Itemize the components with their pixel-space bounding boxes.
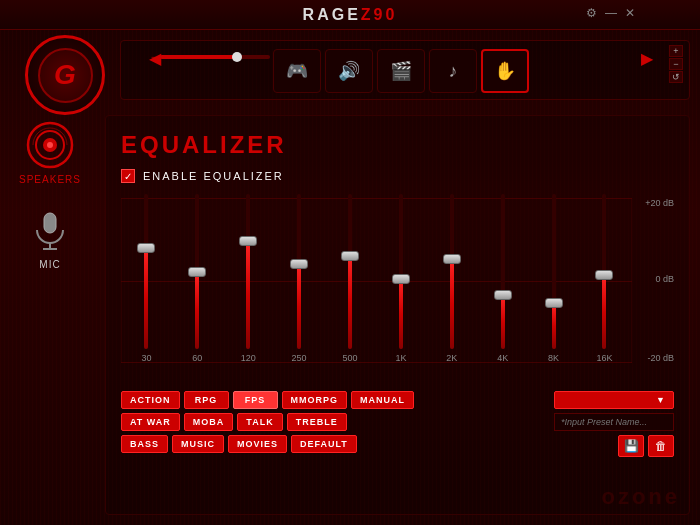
eq-fill-30 [144, 248, 148, 349]
presets-left: ACTION RPG FPS MMORPG MANUAL AT WAR MOBA… [121, 391, 414, 453]
save-preset-button[interactable]: 💾 [618, 435, 644, 457]
nav-item-music[interactable]: ♪ [429, 49, 477, 93]
nav-prev-arrow[interactable]: ◀ [141, 49, 169, 93]
eq-track-250 [297, 194, 301, 349]
app-title: RAGEZ90 [303, 6, 398, 24]
preset-action-button[interactable]: ACTION [121, 391, 180, 409]
sidebar-item-mic[interactable]: MIC [25, 205, 75, 270]
eq-track-1k [399, 194, 403, 349]
enable-checkbox[interactable] [121, 169, 135, 183]
eq-freq-label-500: 500 [342, 353, 357, 363]
eq-thumb-4k[interactable] [494, 290, 512, 300]
preset-rpg-button[interactable]: RPG [184, 391, 229, 409]
nav-bar: + − ↺ − 🔊 ◀ 🎮 🔊 🎬 ♪ ✋ ▶ [120, 40, 690, 100]
db-label-mid: 0 dB [655, 274, 674, 284]
eq-thumb-60[interactable] [188, 267, 206, 277]
preset-action-buttons: 💾 🗑 [554, 435, 674, 457]
logo-inner: G [38, 48, 93, 103]
preset-treble-button[interactable]: TREBLE [287, 413, 347, 431]
eq-fill-60 [195, 272, 199, 350]
eq-thumb-120[interactable] [239, 236, 257, 246]
preset-manual-button[interactable]: MANUAL [351, 391, 414, 409]
mic-label: MIC [39, 259, 60, 270]
eq-band-60: 60 [187, 194, 207, 363]
dropdown-arrow-icon: ▼ [656, 395, 665, 405]
settings-icon[interactable]: ⚙ [586, 6, 597, 20]
preset-moba-button[interactable]: MOBA [184, 413, 234, 431]
eq-thumb-8k[interactable] [545, 298, 563, 308]
eq-thumb-30[interactable] [137, 243, 155, 253]
eq-freq-label-16k: 16K [596, 353, 612, 363]
preset-name-input[interactable] [554, 413, 674, 431]
preset-movies-button[interactable]: MOVIES [228, 435, 287, 453]
minimize-button[interactable]: — [605, 6, 617, 20]
eq-freq-label-4k: 4K [497, 353, 508, 363]
eq-track-4k [501, 194, 505, 349]
eq-thumb-250[interactable] [290, 259, 308, 269]
eq-freq-label-30: 30 [141, 353, 151, 363]
eq-thumb-500[interactable] [341, 251, 359, 261]
eq-band-4k: 4K [493, 194, 513, 363]
svg-rect-4 [44, 213, 56, 233]
presets-row-1: ACTION RPG FPS MMORPG MANUAL [121, 391, 414, 409]
eq-track-60 [195, 194, 199, 349]
logo-area: G [10, 35, 120, 115]
eq-freq-label-2k: 2K [446, 353, 457, 363]
eq-band-2k: 2K [442, 194, 462, 363]
preset-mmorpg-button[interactable]: MMORPG [282, 391, 348, 409]
eq-track-8k [552, 194, 556, 349]
eq-thumb-1k[interactable] [392, 274, 410, 284]
enable-row: ENABLE EQUALIZER [121, 169, 674, 183]
eq-band-500: 500 [340, 194, 360, 363]
eq-track-500 [348, 194, 352, 349]
main-content: EQUALIZER ENABLE EQUALIZER +20 dB 0 dB -… [105, 115, 690, 515]
eq-band-16k: 16K [594, 194, 614, 363]
save-icon: 💾 [624, 439, 639, 453]
preset-talk-button[interactable]: TALK [237, 413, 282, 431]
logo-g: G [54, 59, 76, 91]
preset-bass-button[interactable]: BASS [121, 435, 168, 453]
title-bar: RAGEZ90 ⚙ — ✕ [0, 0, 700, 30]
eq-fill-8k [552, 303, 556, 350]
eq-thumb-16k[interactable] [595, 270, 613, 280]
eq-freq-label-60: 60 [192, 353, 202, 363]
eq-freq-label-250: 250 [292, 353, 307, 363]
nav-plus-button[interactable]: + [669, 45, 683, 57]
preset-music-button[interactable]: MUSIC [172, 435, 224, 453]
eq-track-120 [246, 194, 250, 349]
nav-item-audio[interactable]: 🔊 [325, 49, 373, 93]
delete-preset-button[interactable]: 🗑 [648, 435, 674, 457]
nav-next-arrow[interactable]: ▶ [633, 49, 661, 93]
close-button[interactable]: ✕ [625, 6, 635, 20]
eq-track-2k [450, 194, 454, 349]
svg-point-3 [47, 142, 53, 148]
nav-minus-button[interactable]: − [669, 58, 683, 70]
db-label-top: +20 dB [645, 198, 674, 208]
nav-item-hand[interactable]: ✋ [481, 49, 529, 93]
eq-freq-label-8k: 8K [548, 353, 559, 363]
sidebar-item-speakers[interactable]: SPEAKERS [19, 120, 81, 185]
eq-track-30 [144, 194, 148, 349]
preset-atwar-button[interactable]: AT WAR [121, 413, 180, 431]
eq-fill-120 [246, 241, 250, 350]
speakers-icon [25, 120, 75, 170]
eq-thumb-2k[interactable] [443, 254, 461, 264]
eq-fill-16k [602, 275, 606, 349]
preset-dropdown[interactable]: ▼ [554, 391, 674, 409]
preset-default-button[interactable]: DEFAULT [291, 435, 357, 453]
speakers-label: SPEAKERS [19, 174, 81, 185]
eq-freq-label-1k: 1K [395, 353, 406, 363]
eq-freq-label-120: 120 [241, 353, 256, 363]
preset-fps-button[interactable]: FPS [233, 391, 278, 409]
presets-row-2: AT WAR MOBA TALK TREBLE [121, 413, 414, 431]
mic-icon [25, 205, 75, 255]
eq-band-1k: 1K [391, 194, 411, 363]
nav-item-gamepad[interactable]: 🎮 [273, 49, 321, 93]
presets-area: ACTION RPG FPS MMORPG MANUAL AT WAR MOBA… [121, 391, 674, 457]
nav-reset-button[interactable]: ↺ [669, 71, 683, 83]
eq-fill-1k [399, 279, 403, 349]
eq-track-16k [602, 194, 606, 349]
eq-band-250: 250 [289, 194, 309, 363]
nav-item-video[interactable]: 🎬 [377, 49, 425, 93]
eq-fill-500 [348, 256, 352, 349]
